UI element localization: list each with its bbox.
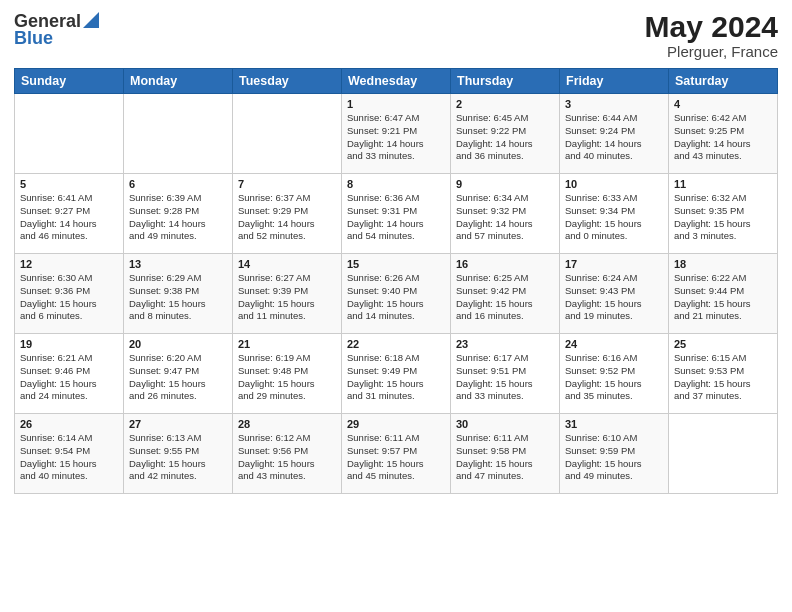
table-row: 17Sunrise: 6:24 AM Sunset: 9:43 PM Dayli… <box>560 254 669 334</box>
day-info: Sunrise: 6:15 AM Sunset: 9:53 PM Dayligh… <box>674 352 772 403</box>
day-number: 16 <box>456 258 554 270</box>
header: General Blue May 2024 Plerguer, France <box>14 10 778 60</box>
page: General Blue May 2024 Plerguer, France S… <box>0 0 792 612</box>
day-info: Sunrise: 6:30 AM Sunset: 9:36 PM Dayligh… <box>20 272 118 323</box>
header-saturday: Saturday <box>669 69 778 94</box>
calendar-week-row: 1Sunrise: 6:47 AM Sunset: 9:21 PM Daylig… <box>15 94 778 174</box>
day-number: 25 <box>674 338 772 350</box>
day-info: Sunrise: 6:27 AM Sunset: 9:39 PM Dayligh… <box>238 272 336 323</box>
header-monday: Monday <box>124 69 233 94</box>
day-number: 3 <box>565 98 663 110</box>
day-number: 5 <box>20 178 118 190</box>
table-row: 12Sunrise: 6:30 AM Sunset: 9:36 PM Dayli… <box>15 254 124 334</box>
table-row <box>15 94 124 174</box>
day-number: 27 <box>129 418 227 430</box>
day-number: 23 <box>456 338 554 350</box>
day-info: Sunrise: 6:45 AM Sunset: 9:22 PM Dayligh… <box>456 112 554 163</box>
table-row: 16Sunrise: 6:25 AM Sunset: 9:42 PM Dayli… <box>451 254 560 334</box>
table-row: 8Sunrise: 6:36 AM Sunset: 9:31 PM Daylig… <box>342 174 451 254</box>
title-location: Plerguer, France <box>645 43 778 60</box>
day-info: Sunrise: 6:37 AM Sunset: 9:29 PM Dayligh… <box>238 192 336 243</box>
day-info: Sunrise: 6:11 AM Sunset: 9:57 PM Dayligh… <box>347 432 445 483</box>
day-info: Sunrise: 6:47 AM Sunset: 9:21 PM Dayligh… <box>347 112 445 163</box>
day-info: Sunrise: 6:26 AM Sunset: 9:40 PM Dayligh… <box>347 272 445 323</box>
day-number: 22 <box>347 338 445 350</box>
day-info: Sunrise: 6:11 AM Sunset: 9:58 PM Dayligh… <box>456 432 554 483</box>
day-info: Sunrise: 6:33 AM Sunset: 9:34 PM Dayligh… <box>565 192 663 243</box>
table-row: 15Sunrise: 6:26 AM Sunset: 9:40 PM Dayli… <box>342 254 451 334</box>
day-info: Sunrise: 6:25 AM Sunset: 9:42 PM Dayligh… <box>456 272 554 323</box>
logo-blue: Blue <box>14 28 53 49</box>
day-number: 28 <box>238 418 336 430</box>
day-info: Sunrise: 6:12 AM Sunset: 9:56 PM Dayligh… <box>238 432 336 483</box>
day-info: Sunrise: 6:41 AM Sunset: 9:27 PM Dayligh… <box>20 192 118 243</box>
table-row: 20Sunrise: 6:20 AM Sunset: 9:47 PM Dayli… <box>124 334 233 414</box>
table-row: 1Sunrise: 6:47 AM Sunset: 9:21 PM Daylig… <box>342 94 451 174</box>
calendar: Sunday Monday Tuesday Wednesday Thursday… <box>14 68 778 494</box>
header-wednesday: Wednesday <box>342 69 451 94</box>
day-number: 2 <box>456 98 554 110</box>
table-row: 10Sunrise: 6:33 AM Sunset: 9:34 PM Dayli… <box>560 174 669 254</box>
calendar-week-row: 5Sunrise: 6:41 AM Sunset: 9:27 PM Daylig… <box>15 174 778 254</box>
day-info: Sunrise: 6:13 AM Sunset: 9:55 PM Dayligh… <box>129 432 227 483</box>
table-row: 11Sunrise: 6:32 AM Sunset: 9:35 PM Dayli… <box>669 174 778 254</box>
day-number: 8 <box>347 178 445 190</box>
table-row: 22Sunrise: 6:18 AM Sunset: 9:49 PM Dayli… <box>342 334 451 414</box>
calendar-week-row: 26Sunrise: 6:14 AM Sunset: 9:54 PM Dayli… <box>15 414 778 494</box>
day-number: 30 <box>456 418 554 430</box>
table-row <box>669 414 778 494</box>
calendar-week-row: 19Sunrise: 6:21 AM Sunset: 9:46 PM Dayli… <box>15 334 778 414</box>
day-info: Sunrise: 6:19 AM Sunset: 9:48 PM Dayligh… <box>238 352 336 403</box>
day-number: 9 <box>456 178 554 190</box>
table-row: 13Sunrise: 6:29 AM Sunset: 9:38 PM Dayli… <box>124 254 233 334</box>
table-row: 31Sunrise: 6:10 AM Sunset: 9:59 PM Dayli… <box>560 414 669 494</box>
day-number: 13 <box>129 258 227 270</box>
header-thursday: Thursday <box>451 69 560 94</box>
calendar-week-row: 12Sunrise: 6:30 AM Sunset: 9:36 PM Dayli… <box>15 254 778 334</box>
day-number: 7 <box>238 178 336 190</box>
day-number: 4 <box>674 98 772 110</box>
table-row: 25Sunrise: 6:15 AM Sunset: 9:53 PM Dayli… <box>669 334 778 414</box>
day-info: Sunrise: 6:24 AM Sunset: 9:43 PM Dayligh… <box>565 272 663 323</box>
day-number: 26 <box>20 418 118 430</box>
table-row: 30Sunrise: 6:11 AM Sunset: 9:58 PM Dayli… <box>451 414 560 494</box>
day-number: 17 <box>565 258 663 270</box>
table-row: 18Sunrise: 6:22 AM Sunset: 9:44 PM Dayli… <box>669 254 778 334</box>
day-info: Sunrise: 6:36 AM Sunset: 9:31 PM Dayligh… <box>347 192 445 243</box>
table-row: 21Sunrise: 6:19 AM Sunset: 9:48 PM Dayli… <box>233 334 342 414</box>
day-info: Sunrise: 6:29 AM Sunset: 9:38 PM Dayligh… <box>129 272 227 323</box>
logo-triangle-icon <box>83 12 99 32</box>
day-number: 18 <box>674 258 772 270</box>
day-info: Sunrise: 6:18 AM Sunset: 9:49 PM Dayligh… <box>347 352 445 403</box>
title-block: May 2024 Plerguer, France <box>645 10 778 60</box>
table-row: 19Sunrise: 6:21 AM Sunset: 9:46 PM Dayli… <box>15 334 124 414</box>
day-number: 29 <box>347 418 445 430</box>
table-row: 3Sunrise: 6:44 AM Sunset: 9:24 PM Daylig… <box>560 94 669 174</box>
day-info: Sunrise: 6:21 AM Sunset: 9:46 PM Dayligh… <box>20 352 118 403</box>
logo: General Blue <box>14 10 99 49</box>
day-number: 24 <box>565 338 663 350</box>
table-row: 29Sunrise: 6:11 AM Sunset: 9:57 PM Dayli… <box>342 414 451 494</box>
day-number: 15 <box>347 258 445 270</box>
day-info: Sunrise: 6:16 AM Sunset: 9:52 PM Dayligh… <box>565 352 663 403</box>
day-number: 10 <box>565 178 663 190</box>
calendar-header-row: Sunday Monday Tuesday Wednesday Thursday… <box>15 69 778 94</box>
day-number: 31 <box>565 418 663 430</box>
table-row: 24Sunrise: 6:16 AM Sunset: 9:52 PM Dayli… <box>560 334 669 414</box>
title-month: May 2024 <box>645 10 778 43</box>
header-sunday: Sunday <box>15 69 124 94</box>
header-tuesday: Tuesday <box>233 69 342 94</box>
day-info: Sunrise: 6:14 AM Sunset: 9:54 PM Dayligh… <box>20 432 118 483</box>
svg-marker-0 <box>83 12 99 28</box>
table-row <box>124 94 233 174</box>
table-row: 7Sunrise: 6:37 AM Sunset: 9:29 PM Daylig… <box>233 174 342 254</box>
day-number: 1 <box>347 98 445 110</box>
table-row <box>233 94 342 174</box>
table-row: 23Sunrise: 6:17 AM Sunset: 9:51 PM Dayli… <box>451 334 560 414</box>
header-friday: Friday <box>560 69 669 94</box>
day-info: Sunrise: 6:22 AM Sunset: 9:44 PM Dayligh… <box>674 272 772 323</box>
day-info: Sunrise: 6:32 AM Sunset: 9:35 PM Dayligh… <box>674 192 772 243</box>
table-row: 4Sunrise: 6:42 AM Sunset: 9:25 PM Daylig… <box>669 94 778 174</box>
day-info: Sunrise: 6:20 AM Sunset: 9:47 PM Dayligh… <box>129 352 227 403</box>
table-row: 14Sunrise: 6:27 AM Sunset: 9:39 PM Dayli… <box>233 254 342 334</box>
